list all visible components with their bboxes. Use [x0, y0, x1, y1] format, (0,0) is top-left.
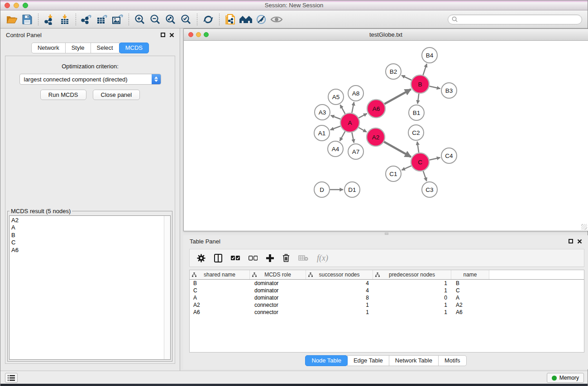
- graph-edge[interactable]: [423, 64, 427, 75]
- tab-node-table[interactable]: Node Table: [305, 355, 348, 366]
- graph-node[interactable]: C: [411, 153, 429, 171]
- graph-edge[interactable]: [402, 166, 411, 170]
- export-table-button[interactable]: [95, 12, 110, 27]
- graph-edge[interactable]: [423, 171, 427, 181]
- graph-edge[interactable]: [430, 86, 440, 88]
- graph-node[interactable]: B: [411, 75, 429, 93]
- import-network-button[interactable]: [42, 12, 57, 27]
- graph-node[interactable]: D1: [344, 182, 360, 197]
- network-canvas[interactable]: B4B2BB3A5A8A6A3B1AA1C2A2A4A7C4CC1C3DD1: [184, 41, 588, 230]
- close-table-panel-icon[interactable]: [577, 239, 582, 244]
- mcds-result-item[interactable]: C: [11, 239, 164, 246]
- table-cell[interactable]: connector: [250, 301, 306, 309]
- zoom-in-button[interactable]: [132, 12, 148, 27]
- mcds-list-scrollbar[interactable]: [164, 216, 170, 359]
- add-column-button[interactable]: [266, 254, 274, 262]
- column-header-mcds-role[interactable]: MCDS role: [250, 270, 306, 279]
- table-cell[interactable]: 1: [373, 280, 451, 287]
- table-cell[interactable]: B: [190, 280, 250, 287]
- tab-network[interactable]: Network: [31, 43, 66, 53]
- graph-node[interactable]: A8: [348, 86, 363, 101]
- export-image-button[interactable]: [110, 12, 125, 27]
- float-table-panel-icon[interactable]: [569, 239, 573, 243]
- graph-node[interactable]: B1: [409, 105, 424, 120]
- graph-node[interactable]: C4: [441, 148, 457, 163]
- column-header-name[interactable]: name: [451, 270, 489, 279]
- graph-edge[interactable]: [359, 128, 367, 132]
- search-input[interactable]: [460, 16, 578, 23]
- graph-node[interactable]: B3: [441, 83, 457, 98]
- run-mcds-button[interactable]: Run MCDS: [40, 90, 86, 100]
- table-cell[interactable]: 1: [306, 309, 373, 316]
- float-panel-icon[interactable]: [161, 33, 165, 37]
- table-cell[interactable]: 4: [306, 287, 373, 294]
- save-session-button[interactable]: [19, 12, 35, 27]
- graph-edge[interactable]: [331, 115, 341, 119]
- graph-edge[interactable]: [384, 142, 411, 157]
- zoom-selected-button[interactable]: [178, 12, 194, 27]
- show-eye-button[interactable]: [269, 12, 284, 27]
- table-row[interactable]: A6connector11A6: [190, 309, 584, 316]
- table-row[interactable]: Bdominator41B: [190, 280, 584, 287]
- graph-edge[interactable]: [330, 126, 341, 130]
- table-cell[interactable]: C: [190, 287, 250, 294]
- close-panel-icon[interactable]: [169, 33, 174, 38]
- graph-edge[interactable]: [417, 142, 419, 152]
- graph-node[interactable]: C1: [386, 166, 401, 181]
- graph-edge[interactable]: [359, 114, 367, 118]
- table-cell[interactable]: dominator: [250, 294, 306, 301]
- table-cell[interactable]: A2: [190, 301, 250, 309]
- hide-visual-mapping-button[interactable]: [253, 12, 269, 27]
- tab-edge-table[interactable]: Edge Table: [347, 355, 389, 366]
- mcds-result-item[interactable]: A6: [11, 247, 164, 254]
- close-panel-button[interactable]: Close panel: [93, 90, 140, 100]
- table-cell[interactable]: A: [190, 294, 250, 301]
- tab-style[interactable]: Style: [65, 43, 91, 53]
- graph-edge[interactable]: [384, 89, 411, 104]
- table-row[interactable]: Cdominator41C: [190, 287, 584, 294]
- table-row[interactable]: Adominator80A: [190, 294, 584, 301]
- new-network-from-selection-button[interactable]: [223, 12, 238, 27]
- table-cell[interactable]: connector: [250, 309, 306, 316]
- table-cell[interactable]: 0: [373, 294, 451, 301]
- table-settings-button[interactable]: [197, 254, 206, 262]
- zoom-fit-button[interactable]: [163, 12, 178, 27]
- table-cell[interactable]: A: [451, 294, 489, 301]
- graph-edge[interactable]: [340, 131, 345, 141]
- column-header-predecessor-nodes[interactable]: predecessor nodes: [373, 270, 451, 279]
- tab-network-table[interactable]: Network Table: [389, 355, 439, 366]
- graph-node[interactable]: C3: [422, 182, 437, 197]
- graph-node[interactable]: A3: [315, 105, 330, 120]
- graph-node[interactable]: D: [314, 182, 330, 197]
- graph-edge[interactable]: [352, 133, 354, 143]
- column-header-shared-name[interactable]: shared name: [190, 270, 250, 279]
- tab-mcds[interactable]: MCDS: [119, 43, 149, 53]
- graph-node[interactable]: A5: [328, 89, 344, 105]
- table-cell[interactable]: 1: [373, 309, 451, 316]
- table-cell[interactable]: 8: [306, 294, 373, 301]
- table-cell[interactable]: A6: [190, 309, 250, 316]
- tab-motifs[interactable]: Motifs: [438, 355, 467, 366]
- graph-node[interactable]: A2: [367, 128, 385, 146]
- table-cell[interactable]: 1: [306, 301, 373, 309]
- function-builder-button[interactable]: f(x): [317, 253, 328, 263]
- table-cell[interactable]: A2: [451, 301, 489, 309]
- table-cell[interactable]: dominator: [250, 280, 306, 287]
- delete-column-button[interactable]: [282, 254, 290, 262]
- graph-node[interactable]: C2: [408, 125, 424, 140]
- graph-edge[interactable]: [340, 105, 345, 114]
- home-button[interactable]: [238, 12, 253, 27]
- table-cell[interactable]: 1: [373, 287, 451, 294]
- split-divider-handle[interactable]: [385, 233, 388, 235]
- tab-select[interactable]: Select: [91, 43, 120, 53]
- graph-node[interactable]: A4: [328, 141, 343, 157]
- select-all-columns-button[interactable]: [231, 256, 240, 261]
- mcds-result-item[interactable]: A: [11, 224, 164, 231]
- memory-button[interactable]: Memory: [547, 373, 584, 383]
- table-row[interactable]: A2connector11A2: [190, 301, 584, 309]
- table-cell[interactable]: dominator: [250, 287, 306, 294]
- table-cell[interactable]: A6: [451, 309, 489, 316]
- graph-node[interactable]: A1: [314, 125, 330, 141]
- table-cell[interactable]: 4: [306, 280, 373, 287]
- panel-menu-button[interactable]: [5, 373, 18, 383]
